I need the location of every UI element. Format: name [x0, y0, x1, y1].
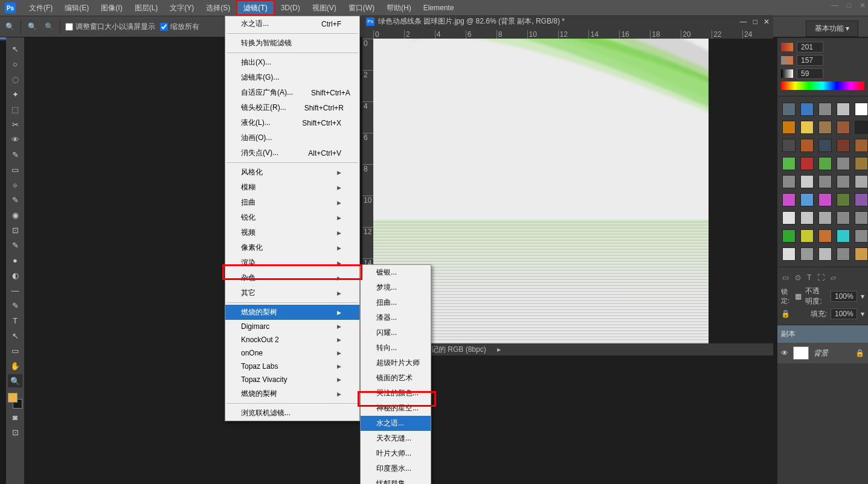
- opacity-value[interactable]: 100%: [831, 291, 857, 302]
- zoom-in-icon[interactable]: 🔍: [26, 21, 38, 33]
- menu-type[interactable]: 文字(Y): [164, 0, 200, 16]
- swatch[interactable]: [837, 193, 850, 206]
- menu-item[interactable]: 转向...: [361, 340, 431, 355]
- swatch[interactable]: [837, 211, 850, 224]
- menu-item[interactable]: Topaz Vivacity: [225, 373, 359, 386]
- tool-21[interactable]: ✋: [8, 359, 22, 372]
- type-icon[interactable]: ▭: [782, 273, 789, 282]
- tool-18[interactable]: T: [8, 314, 22, 327]
- menu-item[interactable]: 风格化: [225, 165, 359, 180]
- swatch[interactable]: [800, 193, 814, 206]
- tool-0[interactable]: ↖: [8, 42, 22, 56]
- menu-item[interactable]: 油画(O)...: [225, 130, 359, 145]
- tool-17[interactable]: ✎: [8, 299, 22, 312]
- menu-item[interactable]: 模糊: [225, 180, 359, 195]
- menu-item[interactable]: 漆器...: [361, 310, 431, 325]
- swatch[interactable]: [782, 193, 796, 206]
- menu-item[interactable]: 哭泣的颜色...: [361, 386, 431, 401]
- minimize-icon[interactable]: —: [831, 1, 838, 10]
- swatch[interactable]: [800, 175, 814, 188]
- menu-item[interactable]: 扭曲...: [361, 295, 431, 310]
- menu-item[interactable]: 液化(L)...Shift+Ctrl+X: [225, 115, 359, 130]
- menu-item[interactable]: KnockOut 2: [225, 333, 359, 346]
- chevron-down-icon[interactable]: ▾: [861, 310, 864, 318]
- doc-close-icon[interactable]: ✕: [764, 18, 770, 26]
- doc-maximize-icon[interactable]: □: [753, 18, 757, 26]
- tool-1[interactable]: ○: [8, 57, 22, 71]
- tool-16[interactable]: —: [8, 284, 22, 297]
- swatch[interactable]: [855, 193, 868, 206]
- menu-item[interactable]: 锐化: [225, 210, 359, 225]
- tool-13[interactable]: ✎: [8, 238, 22, 252]
- swatch[interactable]: [837, 121, 850, 134]
- menu-item[interactable]: 神秘的星空...: [361, 401, 431, 416]
- menu-item[interactable]: 像素化: [225, 240, 359, 255]
- menu-item[interactable]: 镜头校正(R)...Shift+Ctrl+R: [225, 100, 359, 115]
- menu-edit[interactable]: 编辑(E): [59, 0, 95, 16]
- swatch[interactable]: [818, 157, 832, 170]
- swatch[interactable]: [837, 247, 850, 261]
- menu-item[interactable]: 天衣无缝...: [361, 431, 431, 446]
- menu-item[interactable]: 叶片大师...: [361, 446, 431, 461]
- close-icon[interactable]: ✕: [860, 1, 866, 10]
- menu-item[interactable]: 忧郁群集...: [361, 476, 431, 484]
- tool-3[interactable]: ✦: [8, 88, 22, 101]
- tool-6[interactable]: 👁: [8, 133, 22, 146]
- menu-view[interactable]: 视图(V): [306, 0, 342, 16]
- menu-item[interactable]: 水之语...Ctrl+F: [225, 16, 359, 31]
- menu-item[interactable]: 燃烧的梨树: [225, 386, 359, 401]
- status-arrow-icon[interactable]: ▸: [497, 345, 501, 354]
- swatch[interactable]: [855, 175, 868, 188]
- swatch[interactable]: [818, 121, 832, 134]
- swatch[interactable]: [782, 229, 796, 243]
- swatch[interactable]: [818, 193, 832, 206]
- tool-10[interactable]: ✎: [8, 193, 22, 206]
- menu-item[interactable]: 杂色: [225, 270, 359, 285]
- menu-window[interactable]: 窗口(W): [342, 0, 381, 16]
- menu-file[interactable]: 文件(F): [23, 0, 59, 16]
- swatch[interactable]: [818, 139, 832, 152]
- crop-icon[interactable]: ⛶: [817, 273, 825, 282]
- chevron-down-icon[interactable]: ▾: [861, 292, 864, 301]
- swatch[interactable]: [818, 175, 832, 188]
- swatch[interactable]: [855, 211, 868, 224]
- abc-icon[interactable]: ⊙: [795, 273, 801, 282]
- tool-5[interactable]: ✂: [8, 118, 22, 131]
- tool-11[interactable]: ◉: [8, 208, 22, 221]
- swatch[interactable]: [800, 121, 814, 134]
- menu-item[interactable]: 超级叶片大师: [361, 355, 431, 371]
- shape-icon[interactable]: ▱: [831, 273, 836, 282]
- lock-icon[interactable]: 🔒: [781, 310, 790, 318]
- swatch[interactable]: [782, 121, 796, 134]
- swatch[interactable]: [818, 211, 832, 224]
- swatch[interactable]: [855, 103, 868, 116]
- swatch[interactable]: [800, 157, 814, 170]
- swatch[interactable]: [837, 175, 850, 188]
- hue-value[interactable]: 201: [797, 42, 823, 53]
- tool-9[interactable]: ⟐: [8, 178, 22, 191]
- swatch[interactable]: [782, 103, 796, 116]
- menu-item[interactable]: 闪耀...: [361, 325, 431, 340]
- swatch[interactable]: [800, 139, 814, 152]
- doc-minimize-icon[interactable]: —: [740, 18, 747, 26]
- menu-item[interactable]: Topaz Labs: [225, 360, 359, 373]
- swatch[interactable]: [818, 247, 832, 261]
- swatch[interactable]: [855, 229, 868, 243]
- menu-item[interactable]: 镜面的艺术: [361, 371, 431, 386]
- menu-item[interactable]: 水之语...: [361, 416, 431, 431]
- swatch[interactable]: [800, 229, 814, 243]
- swatch[interactable]: [818, 103, 832, 116]
- swatch[interactable]: [837, 139, 850, 152]
- menu-filter[interactable]: 滤镜(T): [236, 0, 274, 16]
- swatch[interactable]: [855, 121, 868, 134]
- menu-item[interactable]: 自适应广角(A)...Shift+Ctrl+A: [225, 85, 359, 100]
- swatch[interactable]: [782, 175, 796, 188]
- swatch[interactable]: [855, 139, 868, 152]
- menu-item[interactable]: 渲染: [225, 255, 359, 270]
- menu-item[interactable]: onOne: [225, 346, 359, 360]
- menu-item[interactable]: 视频: [225, 225, 359, 240]
- swatch[interactable]: [800, 103, 814, 116]
- quickmask-icon[interactable]: ◙: [8, 410, 22, 424]
- menu-item[interactable]: 镀银...: [361, 265, 431, 280]
- menu-select[interactable]: 选择(S): [200, 0, 236, 16]
